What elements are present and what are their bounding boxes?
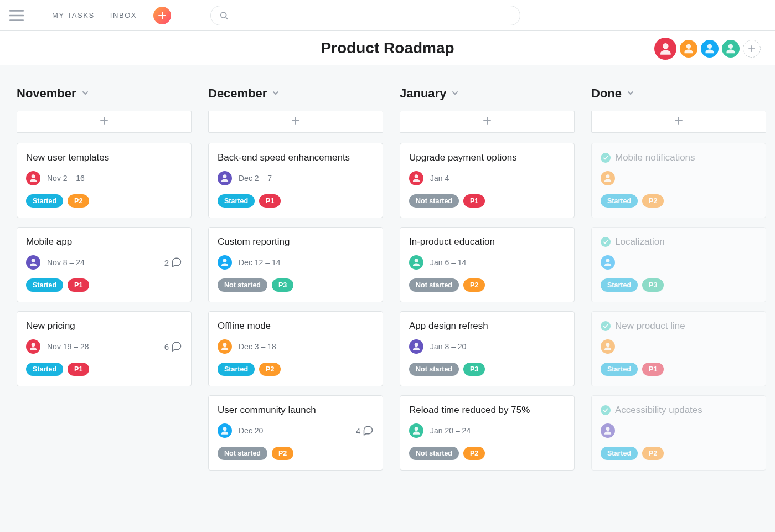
task-card[interactable]: New pricingNov 19 – 286StartedP1 [17,311,192,386]
tag[interactable]: Started [26,194,63,208]
tag[interactable]: Not started [218,447,267,460]
task-card[interactable]: LocalizationStartedP3 [591,227,766,302]
assignee-avatar[interactable] [409,339,423,354]
card-meta: Nov 2 – 16 [26,171,182,185]
card-title: Upgrade payment options [409,152,565,163]
tag[interactable]: P2 [272,447,293,460]
tag[interactable]: Started [26,278,63,292]
tag[interactable]: Not started [409,363,459,376]
tag[interactable]: Started [601,447,638,460]
assignee-avatar[interactable] [26,171,40,185]
menu-toggle[interactable] [0,0,33,31]
card-meta: Jan 8 – 20 [409,339,565,354]
assignee-avatar[interactable] [601,339,615,354]
task-card[interactable]: Back-end speed enhancementsDec 2 – 7Star… [208,143,383,218]
card-list: Mobile notificationsStartedP2Localizatio… [591,143,766,471]
comment-count-number: 6 [164,342,169,352]
card-title: Custom reporting [218,236,374,247]
assignee-avatar[interactable] [218,339,232,354]
task-card[interactable]: Upgrade payment optionsJan 4Not startedP… [400,143,575,218]
tag[interactable]: Started [218,363,255,376]
nav-my-tasks[interactable]: MY TASKS [52,11,95,19]
task-card[interactable]: Mobile notificationsStartedP2 [591,143,766,218]
tag[interactable]: Started [601,363,638,376]
search-input[interactable] [234,11,511,20]
column-header[interactable]: November [17,86,192,101]
comment-count[interactable]: 2 [164,256,182,269]
assignee-avatar[interactable] [409,255,423,270]
tag[interactable]: P2 [642,194,664,208]
assignee-avatar[interactable] [218,171,232,185]
tag[interactable]: P2 [68,194,89,208]
assignee-avatar[interactable] [601,171,615,185]
member-avatar[interactable] [654,38,676,60]
task-card[interactable]: Reload time reduced by 75%Jan 20 – 24Not… [400,395,575,471]
member-avatar[interactable] [680,40,698,58]
add-card-button[interactable] [400,111,575,133]
assignee-avatar[interactable] [601,255,615,270]
add-card-button[interactable] [208,111,383,133]
tag[interactable]: P1 [68,278,89,292]
column-title: December [208,86,267,101]
card-title-text: Accessibility updates [615,405,702,416]
add-member-button[interactable] [743,40,761,58]
task-card[interactable]: Accessibility updatesStartedP2 [591,395,766,471]
column-header[interactable]: Done [591,86,766,101]
card-date: Jan 8 – 20 [430,342,466,351]
add-card-button[interactable] [591,111,766,133]
assignee-avatar[interactable] [26,255,40,270]
assignee-avatar[interactable] [409,423,423,438]
tag[interactable]: P3 [463,363,485,376]
assignee-avatar[interactable] [409,171,423,185]
nav-inbox[interactable]: INBOX [110,11,137,19]
comment-count[interactable]: 4 [356,425,374,437]
task-card[interactable]: Offline modeDec 3 – 18StartedP2 [208,311,383,386]
task-card[interactable]: Mobile appNov 8 – 242StartedP1 [17,227,192,302]
tag[interactable]: P2 [259,363,281,376]
tag[interactable]: Not started [409,194,459,208]
check-icon [601,405,611,415]
tag-row: StartedP1 [218,194,374,208]
tag[interactable]: P1 [463,194,485,208]
task-card[interactable]: Custom reportingDec 12 – 14Not startedP3 [208,227,383,302]
card-title-text: Upgrade payment options [409,152,517,163]
task-card[interactable]: New product lineStartedP1 [591,311,766,386]
tag[interactable]: Started [601,194,638,208]
task-card[interactable]: New user templatesNov 2 – 16StartedP2 [17,143,192,218]
task-card[interactable]: In-product educationJan 6 – 14Not starte… [400,227,575,302]
tag[interactable]: P1 [259,194,281,208]
tag[interactable]: P2 [463,278,485,292]
column-header[interactable]: January [400,86,575,101]
tag-row: StartedP2 [601,447,757,460]
card-meta: Dec 12 – 14 [218,255,374,270]
tag[interactable]: Started [601,278,638,292]
titlebar: Product Roadmap [0,31,775,65]
column-header[interactable]: December [208,86,383,101]
assignee-avatar[interactable] [218,255,232,270]
card-title-text: Mobile app [26,236,72,247]
tag[interactable]: P1 [642,363,664,376]
assignee-avatar[interactable] [26,339,40,354]
tag[interactable]: P2 [463,447,485,460]
tag[interactable]: P3 [272,278,293,292]
member-avatar[interactable] [722,40,740,58]
global-create-button[interactable] [153,7,171,24]
tag[interactable]: Not started [409,278,459,292]
search-box[interactable] [210,6,520,25]
tag[interactable]: Started [26,363,63,376]
tag[interactable]: Not started [218,278,267,292]
comment-count[interactable]: 6 [164,340,182,353]
tag[interactable]: P1 [68,363,89,376]
task-card[interactable]: User community launchDec 204Not startedP… [208,395,383,471]
add-card-button[interactable] [17,111,192,133]
assignee-avatar[interactable] [218,423,232,438]
tag[interactable]: Not started [409,447,459,460]
plus-icon [292,117,299,127]
tag[interactable]: P2 [642,447,664,460]
task-card[interactable]: App design refreshJan 8 – 20Not startedP… [400,311,575,386]
card-meta: Dec 204 [218,423,374,438]
assignee-avatar[interactable] [601,423,615,438]
tag[interactable]: P3 [642,278,664,292]
member-avatar[interactable] [701,40,719,58]
tag[interactable]: Started [218,194,255,208]
